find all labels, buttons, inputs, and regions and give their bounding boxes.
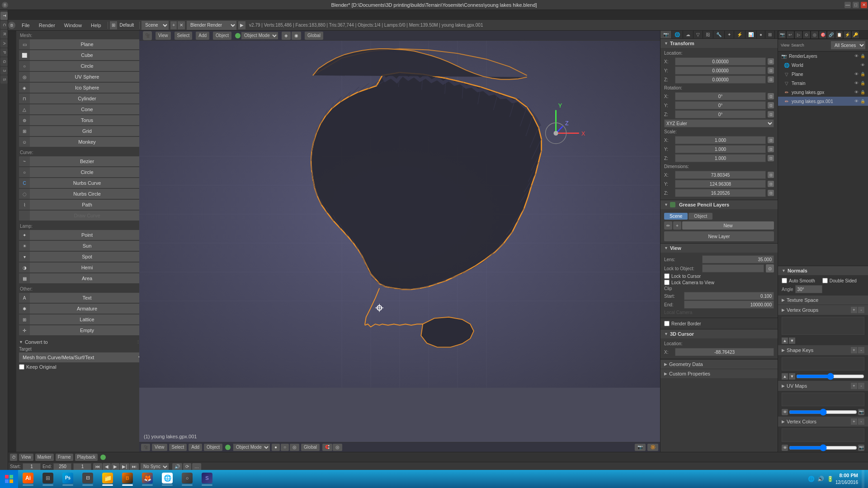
custom-properties-row[interactable]: Custom Properties [660,369,778,378]
help-menu[interactable]: Help [86,20,106,31]
fr-plane-eye[interactable]: 👁 [854,71,859,77]
sidebar-tab-physics[interactable]: P [0,48,8,56]
sidebar-tab-3dprint[interactable]: 3 [0,67,8,75]
rendered-btn[interactable]: ◎ [290,444,299,451]
tool-point[interactable]: ✦Point [19,230,144,240]
taskbar-start-btn[interactable] [0,470,18,488]
fr-item-render-layers[interactable]: 📷 RenderLayers 👁 🔒 [778,52,868,61]
fr-tab-render[interactable]: 📷 [778,31,786,39]
rot-x-copy[interactable]: ⊡ [768,93,774,99]
tl-marker-btn[interactable]: Marker [35,454,54,461]
show-desktop-btn[interactable] [862,470,864,488]
solid-btn[interactable]: ● [272,444,280,451]
geometry-data-row[interactable]: Geometry Data [660,359,778,369]
camera-btn[interactable]: 📷 [635,444,646,451]
object-footer-btn[interactable]: Object [204,444,222,451]
tab-particle[interactable]: ✦ [725,31,734,38]
gp-checkbox-icon[interactable] [670,202,675,207]
uv-render-icon[interactable]: 📷 [858,409,864,415]
gp-pencil-btn[interactable]: ✏ [664,221,672,230]
window-menu[interactable]: Window [60,20,86,31]
scene-select[interactable]: Scene [142,21,169,30]
gp-new-btn[interactable]: New [682,221,774,230]
fr-tab-2[interactable]: ↩ [786,31,794,39]
texture-space-row[interactable]: Texture Space [778,295,868,305]
uv-maps-row[interactable]: UV Maps + - [778,380,868,391]
dim-x-copy[interactable]: ⊡ [768,172,774,178]
fr-tab-10[interactable]: 🔑 [851,31,859,39]
scene-3d[interactable]: X Y Z [139,41,660,388]
loc-x-copy[interactable]: ⊡ [768,58,774,65]
tool-cube[interactable]: ⬜Cube [19,50,144,60]
fr-item-terrain[interactable]: ▽ Terrain 👁 🔒 [778,79,868,88]
timeline-icon[interactable]: ⏱ [10,454,17,461]
tab-physics[interactable]: ⚡ [734,31,745,38]
tool-armature[interactable]: ✱Armature [19,304,144,314]
rot-y-copy[interactable]: ⊡ [768,102,774,108]
view-header[interactable]: View [660,244,778,253]
vg-add-btn[interactable]: + [851,307,857,313]
cursor-header[interactable]: 3D Cursor [660,329,778,338]
taskbar-app-chrome[interactable]: 🌐 [157,470,177,488]
sk-up-btn[interactable]: ▲ [782,373,788,380]
proportional-btn[interactable]: ◎ [333,444,342,451]
tl-prev-btn[interactable]: ◀ [103,463,111,470]
scene-del-btn[interactable]: ✕ [178,21,185,29]
engine-select[interactable]: Blender Render [187,21,236,30]
scale-x-input[interactable] [675,136,766,144]
fr-gpx001-lock[interactable]: 🔒 [860,99,865,104]
global-btn[interactable]: Global [305,32,323,40]
tool-icosphere[interactable]: ◈Ico Sphere [19,83,144,93]
fr-tab-7[interactable]: 🔗 [827,31,835,39]
tool-sun[interactable]: ☀Sun [19,241,144,251]
scale-x-copy[interactable]: ⊡ [768,137,774,143]
gp-tab-object[interactable]: Object [689,213,712,220]
select-menu-btn[interactable]: Select [175,32,193,40]
scale-y-input[interactable] [675,145,766,153]
lock-camera-checkbox[interactable] [664,280,670,285]
shape-keys-row[interactable]: Shape Keys + - [778,345,868,355]
fr-gpx-eye[interactable]: 👁 [854,89,859,95]
tl-view-btn[interactable]: View [19,454,33,461]
rot-x-input[interactable] [675,92,766,100]
vc-slider[interactable] [789,445,857,451]
fr-lock-icon[interactable]: 🔒 [860,53,865,59]
vg-del-btn[interactable]: - [858,307,864,313]
gp-add-btn[interactable]: + [673,221,681,230]
taskbar-app-ps[interactable]: Ps [58,470,78,488]
window-controls[interactable]: — □ ✕ [844,1,868,9]
loc-x-input[interactable] [675,57,766,66]
normals-header[interactable]: Normals [778,266,868,275]
auto-smooth-checkbox[interactable] [782,278,787,283]
vg-up-btn[interactable]: ▲ [782,338,788,344]
taskbar-app-explorer[interactable]: 📁 [98,470,118,488]
rot-y-input[interactable] [675,101,766,109]
vertex-groups-row[interactable]: Vertex Groups + - [778,305,868,315]
add-footer-btn[interactable]: Add [189,444,202,451]
taskbar-app-10[interactable]: S [197,470,217,488]
grease-pencil-header[interactable]: Grease Pencil Layers [660,200,778,209]
fr-item-world[interactable]: 🌐 World 👁 [778,61,868,70]
shape-key-slider[interactable] [796,373,864,380]
tray-volume-icon[interactable]: 🔊 [817,476,824,482]
taskbar-app-2[interactable]: ⊞ [38,470,58,488]
convert-target-select[interactable]: Mesh from Curve/Meta/Surf/Text [19,352,144,362]
tool-empty[interactable]: ✛Empty [19,325,144,335]
fr-gpx-lock[interactable]: 🔒 [860,89,865,95]
fr-tab-8[interactable]: 📋 [835,31,843,39]
rotation-mode-select[interactable]: XYZ Euler [664,119,774,127]
uv-add-btn[interactable]: + [851,383,857,389]
view-footer-btn[interactable]: View [152,444,167,451]
fr-item-gpx[interactable]: ✏ young lakes.gpx 👁 🔒 [778,88,868,97]
sidebar-tab-animation[interactable]: A [0,39,8,47]
fr-gpx001-eye[interactable]: 👁 [854,99,859,104]
uv-del-btn[interactable]: - [858,383,864,389]
tool-cylinder[interactable]: ⊓Cylinder [19,94,144,103]
taskbar-app-ai[interactable]: Ai [18,470,38,488]
tl-play-btn[interactable]: ▶ [111,463,119,470]
fr-tab-5[interactable]: ◎ [811,31,819,39]
dim-z-input[interactable] [675,189,766,197]
dim-y-input[interactable] [675,180,766,188]
tool-text[interactable]: AText [19,293,144,303]
tool-torus[interactable]: ⊚Torus [19,115,144,125]
